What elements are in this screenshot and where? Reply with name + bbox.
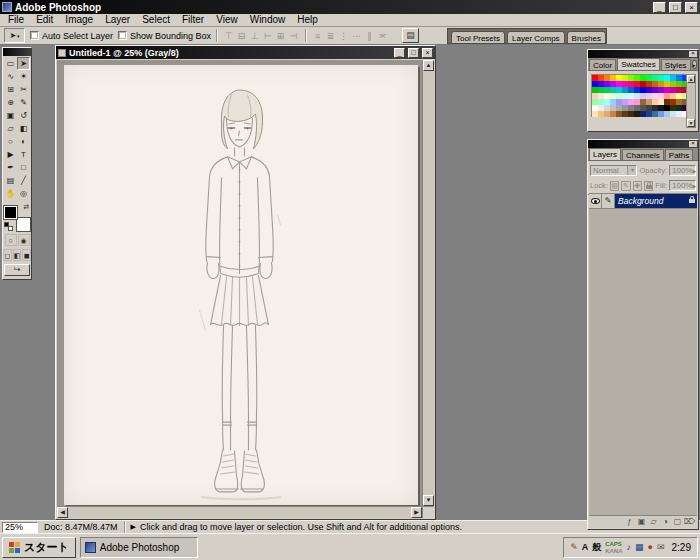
display-settings-icon[interactable]: ▦ [635, 542, 644, 552]
ime-pen-icon[interactable]: ✎ [570, 542, 578, 552]
align-left-edges-button[interactable]: ⊢ [261, 29, 274, 43]
tab-layers[interactable]: Layers [589, 148, 621, 160]
align-bottom-edges-button[interactable]: ⊥ [248, 29, 261, 43]
tab-paths[interactable]: Paths [665, 149, 693, 160]
align-right-edges-button[interactable]: ⊣ [287, 29, 300, 43]
gradient-tool[interactable]: ◧ [17, 122, 30, 135]
lock-position-button[interactable]: ✚ [633, 181, 642, 191]
lock-transparency-button[interactable]: ▨ [610, 181, 619, 191]
tab-brushes[interactable]: Brushes [567, 31, 606, 43]
rectangular-marquee-tool[interactable]: ▭ [4, 57, 17, 70]
opacity-field[interactable]: 100% ▶ [669, 165, 696, 176]
menu-image[interactable]: Image [59, 14, 99, 26]
document-close-button[interactable]: × [422, 48, 433, 58]
menu-window[interactable]: Window [244, 14, 292, 26]
file-browser-icon[interactable]: ▤ [402, 28, 419, 43]
notes-tool[interactable]: ▤ [4, 174, 17, 187]
distribute-horizontal-centers-button[interactable]: ∥ [363, 29, 376, 43]
antivirus-icon[interactable]: ● [648, 542, 653, 552]
background-color-swatch[interactable] [17, 218, 30, 231]
fullscreen-menubar-mode-button[interactable]: ◧ [13, 249, 22, 261]
new-adjustment-layer-button[interactable]: ◑ [660, 517, 671, 528]
close-button[interactable]: × [685, 2, 698, 13]
canvas[interactable] [64, 65, 418, 505]
distribute-right-edges-button[interactable]: ≍ [376, 29, 389, 43]
palette-menu-icon[interactable]: ▸ [692, 60, 697, 69]
tab-layer-comps[interactable]: Layer Comps [507, 31, 565, 43]
distribute-top-edges-button[interactable]: ≡ [311, 29, 324, 43]
resize-grip[interactable] [422, 506, 434, 518]
eraser-tool[interactable]: ▱ [4, 122, 17, 135]
path-selection-tool[interactable]: ▶ [4, 148, 17, 161]
swap-colors-icon[interactable]: ⇄ [23, 203, 29, 210]
vertical-scrollbar[interactable]: ▲ ▼ [422, 60, 434, 506]
menu-help[interactable]: Help [291, 14, 324, 26]
close-icon[interactable]: × [689, 141, 697, 147]
foreground-color-swatch[interactable] [4, 206, 17, 219]
menu-edit[interactable]: Edit [30, 14, 59, 26]
scroll-left-icon[interactable]: ◀ [57, 507, 68, 518]
zoom-tool[interactable]: ◎ [17, 187, 30, 200]
dodge-tool[interactable]: ◐ [17, 135, 30, 148]
align-horizontal-centers-button[interactable]: ⊞ [274, 29, 287, 43]
add-layer-mask-button[interactable]: ▣ [636, 517, 647, 528]
lock-image-button[interactable]: ✎ [621, 181, 630, 191]
quick-mask-mode-button[interactable]: ◉ [18, 234, 30, 246]
healing-brush-tool[interactable]: ⊕ [4, 96, 17, 109]
current-tool-preset-button[interactable]: ➤ ▾ [4, 28, 25, 43]
distribute-bottom-edges-button[interactable]: ⋮ [337, 29, 350, 43]
shape-tool[interactable]: □ [17, 161, 30, 174]
layer-visibility-toggle[interactable] [589, 194, 602, 208]
magic-wand-tool[interactable]: ✶ [17, 70, 30, 83]
palette-title-bar[interactable]: × [588, 140, 698, 148]
clone-stamp-tool[interactable]: ▣ [4, 109, 17, 122]
standard-mode-button[interactable]: ○ [5, 234, 17, 246]
start-button[interactable]: スタート [2, 537, 76, 558]
mail-icon[interactable]: ✉ [657, 542, 665, 552]
add-layer-style-button[interactable]: ƒ [624, 517, 635, 528]
slice-tool[interactable]: ✂ [17, 83, 30, 96]
swatches-scrollbar[interactable]: ▲ ▼ [686, 74, 696, 128]
hand-tool[interactable]: ✋ [4, 187, 17, 200]
type-tool[interactable]: T [17, 148, 30, 161]
taskbar-button-photoshop[interactable]: Adobe Photoshop [80, 537, 198, 558]
document-size-readout[interactable]: Doc: 8.47M/8.47M [44, 522, 118, 532]
tab-channels[interactable]: Channels [622, 149, 664, 160]
align-top-edges-button[interactable]: ⊤ [222, 29, 235, 43]
auto-select-layer-checkbox[interactable] [30, 31, 39, 40]
new-layer-button[interactable]: ▢ [672, 517, 683, 528]
menu-select[interactable]: Select [136, 14, 176, 26]
tab-styles[interactable]: Styles [661, 59, 691, 70]
pen-tool[interactable]: ✒ [4, 161, 17, 174]
horizontal-scroll-track[interactable] [68, 507, 411, 518]
eyedropper-tool[interactable]: ╱ [17, 174, 30, 187]
menu-file[interactable]: File [2, 14, 30, 26]
tab-color[interactable]: Color [589, 59, 616, 70]
toolbox-drag-grip[interactable] [3, 48, 31, 56]
blur-tool[interactable]: ○ [4, 135, 17, 148]
document-maximize-button[interactable]: □ [408, 48, 419, 58]
vertical-scroll-track[interactable] [423, 71, 434, 495]
lock-all-button[interactable] [644, 181, 653, 191]
scroll-down-icon[interactable]: ▼ [423, 495, 434, 506]
zoom-level-input[interactable] [2, 522, 38, 533]
move-tool[interactable]: ➤ [17, 57, 30, 70]
tab-swatches[interactable]: Swatches [617, 58, 660, 70]
delete-layer-button[interactable]: ⌦ [684, 517, 695, 528]
ime-input-mode-icon[interactable]: A [582, 542, 589, 552]
distribute-left-edges-button[interactable]: ⋯ [350, 29, 363, 43]
align-vertical-centers-button[interactable]: ⊟ [235, 29, 248, 43]
fill-field[interactable]: 100% ▶ [669, 180, 696, 191]
maximize-button[interactable]: □ [669, 2, 682, 13]
standard-screen-mode-button[interactable]: ◻ [3, 249, 12, 261]
default-colors-icon[interactable] [4, 222, 13, 231]
scroll-up-icon[interactable]: ▲ [423, 60, 434, 71]
menu-filter[interactable]: Filter [176, 14, 210, 26]
history-brush-tool[interactable]: ↺ [17, 109, 30, 122]
edit-in-imageready-button[interactable]: ↪ [4, 264, 30, 276]
layer-name[interactable]: Background [615, 194, 686, 208]
show-bounding-box-checkbox[interactable] [118, 31, 127, 40]
document-title-bar[interactable]: Untitled-1 @ 25% (Gray/8) _ □ × [56, 46, 435, 59]
menu-layer[interactable]: Layer [99, 14, 136, 26]
lasso-tool[interactable]: ∿ [4, 70, 17, 83]
